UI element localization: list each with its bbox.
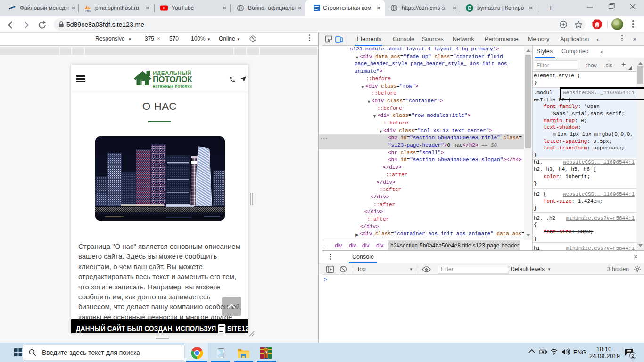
svg-text:PMA: PMA — [85, 9, 91, 12]
svg-text:B: B — [468, 5, 472, 11]
